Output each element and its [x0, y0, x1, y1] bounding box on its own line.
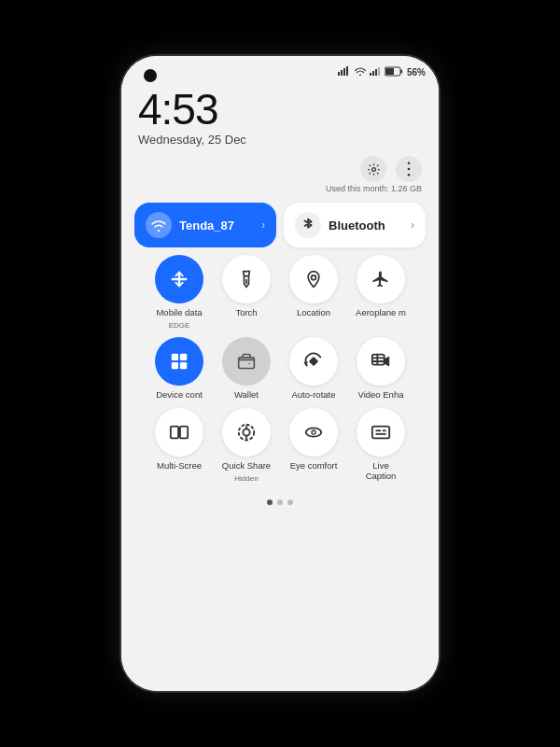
auto-rotate-icon — [289, 337, 338, 386]
svg-rect-9 — [400, 69, 402, 73]
svg-rect-22 — [309, 357, 318, 366]
cc-header-right: Used this month: 1.26 GB — [326, 156, 422, 193]
wifi-status-icon — [355, 66, 366, 78]
quick-share-sublabel: Hidden — [234, 474, 258, 483]
icon-grid-row2: Device cont Wallet Auto-rotate — [134, 337, 426, 400]
svg-point-12 — [408, 162, 411, 164]
signal-bars-icon — [370, 66, 381, 78]
svg-point-13 — [408, 168, 411, 171]
video-enhance-icon — [357, 337, 405, 386]
svg-point-31 — [313, 430, 315, 433]
camera-hole — [144, 69, 157, 82]
wifi-ssid-label: Tenda_87 — [179, 218, 234, 233]
svg-rect-20 — [180, 362, 187, 369]
status-icons: 56% — [338, 66, 426, 78]
svg-rect-3 — [346, 66, 348, 76]
battery-icon — [385, 66, 403, 78]
auto-rotate-tile[interactable]: Auto-rotate — [282, 337, 345, 400]
svg-rect-10 — [385, 68, 394, 75]
multi-screen-label: Multi-Scree — [157, 460, 202, 471]
svg-rect-26 — [180, 426, 188, 438]
wifi-tile[interactable]: Tenda_87 › — [134, 203, 276, 247]
svg-point-27 — [243, 429, 249, 435]
settings-icon-btn[interactable] — [360, 156, 386, 182]
cc-header-icons — [360, 156, 422, 182]
wallet-tile[interactable]: Wallet — [215, 337, 278, 400]
bluetooth-icon — [295, 212, 321, 238]
time-section: 4:53 Wednesday, 25 Dec — [121, 82, 439, 154]
torch-icon — [222, 255, 271, 303]
live-caption-icon — [357, 408, 405, 457]
time-display: 4:53 — [138, 88, 422, 131]
svg-rect-17 — [172, 354, 178, 360]
mobile-data-icon — [155, 255, 203, 303]
video-enhance-label: Video Enha — [358, 389, 404, 400]
top-tiles-row: Tenda_87 › Bluetooth › — [134, 203, 426, 247]
device-control-label: Device cont — [156, 389, 203, 400]
device-control-tile[interactable]: Device cont — [147, 337, 211, 400]
page-dot-2 — [277, 500, 283, 505]
svg-rect-6 — [375, 69, 377, 76]
eye-comfort-icon — [289, 408, 338, 457]
auto-rotate-label: Auto-rotate — [292, 389, 336, 400]
wallet-label: Wallet — [234, 389, 259, 400]
bluetooth-tile[interactable]: Bluetooth › — [284, 203, 426, 247]
live-caption-tile[interactable]: LiveCaption — [349, 408, 413, 483]
mobile-data-label: Mobile data — [156, 307, 202, 317]
video-enhance-tile[interactable]: Video Enha — [349, 337, 413, 400]
location-icon — [289, 255, 338, 303]
svg-rect-0 — [338, 72, 340, 76]
wifi-chevron-icon: › — [261, 218, 265, 232]
aeroplane-icon — [357, 255, 405, 303]
svg-point-11 — [371, 167, 375, 171]
quick-share-icon — [222, 408, 271, 457]
eye-comfort-label: Eye comfort — [290, 460, 338, 471]
quick-share-label: Quick Share — [222, 460, 271, 471]
icon-grid-row1: Mobile data EDGE Torch Location — [134, 255, 426, 330]
battery-percent: 56% — [407, 67, 426, 78]
date-display: Wednesday, 25 Dec — [138, 133, 422, 147]
bt-chevron-icon: › — [411, 218, 414, 232]
bluetooth-label: Bluetooth — [329, 218, 385, 233]
svg-rect-4 — [370, 73, 371, 76]
screen: 56% 4:53 Wednesday, 25 Dec Used this mo — [121, 56, 439, 691]
more-options-btn[interactable] — [396, 156, 422, 182]
icon-grid-row3: Multi-Scree Quick Share Hidden Eye comfo… — [134, 408, 426, 483]
multi-screen-tile[interactable]: Multi-Scree — [147, 408, 211, 483]
quick-share-tile[interactable]: Quick Share Hidden — [215, 408, 278, 483]
svg-point-16 — [312, 275, 316, 280]
torch-label: Torch — [235, 307, 257, 317]
phone-device: 56% 4:53 Wednesday, 25 Dec Used this mo — [121, 56, 439, 691]
network-icon — [338, 66, 351, 78]
wallet-icon — [222, 337, 271, 386]
svg-rect-32 — [372, 426, 389, 438]
data-usage-label: Used this month: 1.26 GB — [326, 184, 422, 193]
aeroplane-label: Aeroplane m — [356, 307, 406, 317]
quick-tiles: Tenda_87 › Bluetooth › — [121, 197, 439, 488]
torch-tile[interactable]: Torch — [215, 255, 278, 330]
location-tile[interactable]: Location — [282, 255, 345, 330]
cc-header: Used this month: 1.26 GB — [121, 154, 439, 197]
svg-point-14 — [408, 174, 411, 176]
bt-tile-left: Bluetooth — [295, 212, 385, 238]
svg-rect-7 — [378, 67, 380, 76]
aeroplane-tile[interactable]: Aeroplane m — [349, 255, 413, 330]
location-label: Location — [297, 307, 330, 317]
page-dots — [121, 488, 439, 513]
page-dot-1 — [267, 500, 273, 505]
wifi-icon — [146, 212, 172, 238]
svg-rect-18 — [180, 354, 187, 360]
mobile-data-tile[interactable]: Mobile data EDGE — [147, 255, 211, 330]
svg-rect-25 — [171, 426, 178, 438]
wifi-tile-left: Tenda_87 — [146, 212, 234, 238]
status-bar: 56% — [121, 56, 439, 82]
svg-rect-2 — [343, 68, 345, 76]
page-dot-3 — [287, 500, 293, 505]
mobile-data-sublabel: EDGE — [169, 321, 190, 330]
eye-comfort-tile[interactable]: Eye comfort — [282, 408, 345, 483]
live-caption-label: LiveCaption — [366, 460, 397, 482]
svg-rect-1 — [341, 70, 343, 76]
multi-screen-icon — [155, 408, 203, 457]
svg-rect-19 — [172, 362, 178, 369]
device-control-icon — [155, 337, 203, 386]
